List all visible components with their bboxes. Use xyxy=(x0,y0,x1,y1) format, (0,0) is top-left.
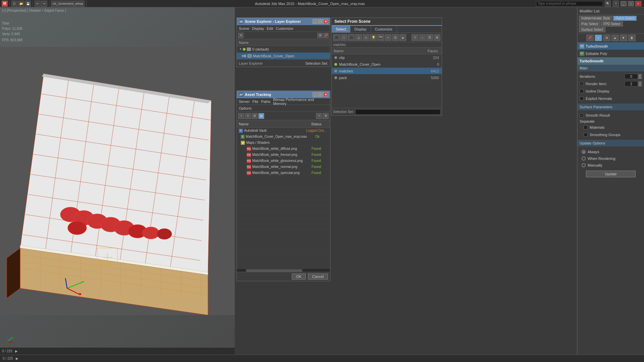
render-iters-spinner[interactable]: ▲▼ xyxy=(638,81,642,86)
manually-radio[interactable] xyxy=(582,163,586,167)
at-cancel-button[interactable]: Cancel xyxy=(308,274,328,280)
at-menu-bitmap[interactable]: Bitmap Performance and Memory xyxy=(273,98,328,106)
matchbook-layer-item[interactable]: ▶ MatchBook_Cover_Open xyxy=(237,53,330,59)
diffuse-item[interactable]: PNG MatchBook_white_diffuse.png Found xyxy=(237,146,330,152)
sfsc-select-all[interactable]: ⬛ xyxy=(333,34,340,41)
sfsc-tab-select[interactable]: Select xyxy=(332,26,351,33)
at-close[interactable]: ✕ xyxy=(323,92,328,97)
sfsc-pack-item[interactable]: pack 5000 xyxy=(332,74,442,81)
at-menu-options[interactable]: Options xyxy=(239,106,252,110)
layer-default-item[interactable]: ▼ 0 (default) xyxy=(237,46,330,53)
materials-checkbox[interactable] xyxy=(584,125,588,129)
undo-button[interactable]: ↩ xyxy=(35,1,41,7)
open-button[interactable]: 📂 xyxy=(18,1,24,7)
se-pin-icon[interactable]: 📌 xyxy=(323,33,329,38)
sfsc-tab-customize[interactable]: Customize xyxy=(371,26,397,33)
update-button[interactable]: Update xyxy=(586,171,636,177)
at-minimize[interactable]: _ xyxy=(313,92,317,97)
at-maximize[interactable]: □ xyxy=(318,92,323,97)
sfsc-select-space[interactable]: ⊡ xyxy=(392,34,399,41)
at-detail-btn[interactable]: ▣ xyxy=(258,113,264,119)
indeterminate-style-btn[interactable]: Indeterminate Style xyxy=(579,16,612,21)
sfsc-tab-display[interactable]: Display xyxy=(351,26,371,33)
isoline-checkbox[interactable] xyxy=(580,89,584,93)
minimize-button[interactable]: _ xyxy=(621,1,627,6)
at-help-btn[interactable]: ? xyxy=(316,113,322,119)
sfsc-select-bones[interactable]: ▲ xyxy=(399,34,406,41)
smooth-result-checkbox[interactable]: ✓ xyxy=(580,113,584,117)
sfsc-select-cameras[interactable]: 📷 xyxy=(377,34,384,41)
stack-settings-btn[interactable]: ⚙ xyxy=(603,35,610,41)
sfsc-matchbook-item[interactable]: MatchBook_Cover_Open 0 xyxy=(332,61,442,68)
expand-icon[interactable]: ▼ xyxy=(239,48,242,51)
scene-menu-scene[interactable]: Scene xyxy=(239,26,249,31)
se-close-icon[interactable]: ✕ xyxy=(238,33,244,38)
when-rendering-radio[interactable] xyxy=(582,157,586,161)
fpd-select-btn[interactable]: FPD Select xyxy=(601,21,623,26)
asset-tracking-list[interactable]: V Autodesk Vault Logged Out... S MatchBo… xyxy=(237,128,330,268)
always-radio[interactable] xyxy=(582,150,586,154)
iterations-spinner[interactable]: ▲▼ xyxy=(638,74,642,79)
at-list-btn[interactable]: ≡ xyxy=(245,113,251,119)
scene-menu-display[interactable]: Display xyxy=(252,26,264,31)
sfsc-list[interactable]: clip 224 MatchBook_Cover_Open 0 matches … xyxy=(332,54,442,108)
sfsc-selection-input[interactable] xyxy=(355,109,440,115)
frensel-item[interactable]: PNG MatchBook_white_frensel.png Found xyxy=(237,152,330,158)
at-horizontal-scroll[interactable] xyxy=(237,268,330,272)
editable-poly-modifier-item[interactable]: EP Editable Poly xyxy=(578,50,644,57)
at-grid-btn[interactable]: ⊞ xyxy=(252,113,258,119)
vault-item[interactable]: V Autodesk Vault Logged Out... xyxy=(237,128,330,134)
se-settings-icon[interactable]: ⚙ xyxy=(317,33,323,38)
at-menu-paths[interactable]: Paths xyxy=(261,100,270,104)
normal-item[interactable]: PNG MatchBook_white_normal.png Found xyxy=(237,164,330,170)
turbosmooth-modifier-item[interactable]: TS TurboSmooth xyxy=(578,43,644,50)
stack-pin-btn[interactable]: 📌 xyxy=(586,35,594,41)
viewport-3d[interactable]: Y X Z [+] [Perspective] [ Shaded + Edged… xyxy=(0,7,235,355)
at-menu-server[interactable]: Server xyxy=(239,100,250,104)
scene-explorer-minimize[interactable]: _ xyxy=(313,19,317,24)
search-icon[interactable]: 🔍 xyxy=(605,1,611,7)
scene-menu-customize[interactable]: Customize xyxy=(276,26,293,31)
render-iters-input[interactable] xyxy=(625,81,638,86)
at-settings-btn[interactable]: ⚙ xyxy=(323,113,329,119)
smoothing-groups-checkbox[interactable] xyxy=(584,133,588,137)
expand-icon-2[interactable]: ▶ xyxy=(239,54,243,58)
help-icon[interactable]: ? xyxy=(613,1,619,7)
sfsc-display-btn[interactable]: ☰ xyxy=(426,34,433,41)
sfsc-invert[interactable]: ⬛ xyxy=(348,34,355,41)
patch-select-btn[interactable]: Patch Select xyxy=(613,16,637,21)
explicit-normals-checkbox[interactable] xyxy=(580,97,584,101)
at-ok-button[interactable]: OK xyxy=(292,274,306,280)
sfsc-select-shapes[interactable]: ◇ xyxy=(363,34,369,41)
scene-explorer-maximize[interactable]: □ xyxy=(318,19,323,24)
surface-select-btn[interactable]: Surface Select xyxy=(579,27,605,32)
stack-down-btn[interactable]: ▼ xyxy=(620,35,627,41)
glossiness-item[interactable]: PNG MatchBook_white_glossiness.png Found xyxy=(237,158,330,164)
scene-explorer-close[interactable]: ✕ xyxy=(323,19,328,24)
new-button[interactable]: 🗋 xyxy=(11,1,17,7)
at-scroll-thumb[interactable] xyxy=(246,269,302,272)
sfsc-config-btn[interactable]: ⚙ xyxy=(434,34,440,41)
save-button[interactable]: 💾 xyxy=(25,1,31,7)
at-menu-file[interactable]: File xyxy=(252,100,258,104)
sfsc-select-lights[interactable]: 💡 xyxy=(370,34,377,41)
sfsc-filter-btn[interactable]: ▽ xyxy=(412,34,418,41)
at-add-btn[interactable]: + xyxy=(238,113,244,119)
poly-select-btn[interactable]: Poly Select xyxy=(579,21,600,26)
render-iters-checkbox[interactable]: ✓ xyxy=(580,82,584,86)
sfsc-sort-btn[interactable]: ↕ xyxy=(419,34,426,41)
specular-item[interactable]: PNG MatchBook_white_specular.png Found xyxy=(237,170,330,176)
stack-list-btn[interactable]: ≡ xyxy=(595,35,602,41)
sfsc-select-none[interactable]: □ xyxy=(340,34,347,41)
redo-button[interactable]: ↪ xyxy=(41,1,47,7)
maximize-button[interactable]: □ xyxy=(628,1,634,6)
screenshot-button[interactable]: AK_Screenshot_wrksp xyxy=(51,1,85,7)
keyword-search-input[interactable] xyxy=(536,1,603,6)
close-button[interactable]: ✕ xyxy=(635,1,641,6)
sfsc-matches-item[interactable]: matches 6412 xyxy=(332,68,442,74)
stack-delete-btn[interactable]: 🗑 xyxy=(628,35,636,41)
sfsc-clip-item[interactable]: clip 224 xyxy=(332,54,442,61)
sfsc-select-helpers[interactable]: + xyxy=(385,34,391,41)
app-menu-button[interactable]: M xyxy=(2,1,8,7)
sfsc-select-geo[interactable]: △ xyxy=(355,34,362,41)
